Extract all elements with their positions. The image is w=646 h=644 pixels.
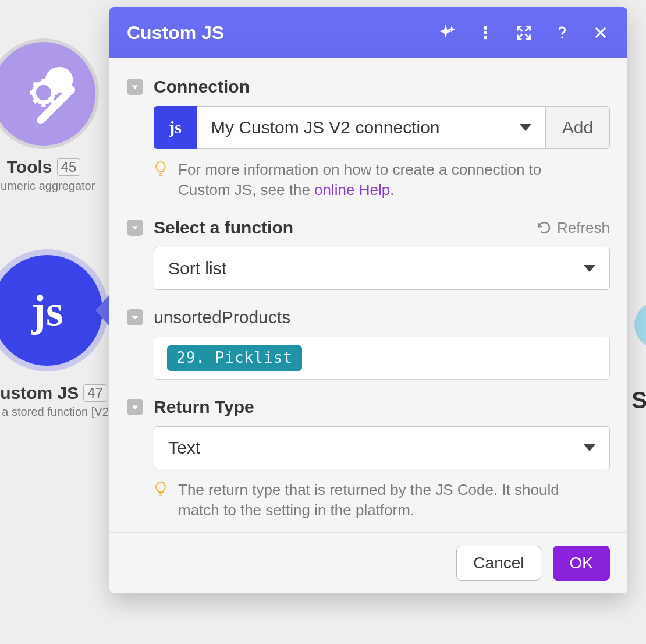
connection-label: Connection — [154, 77, 610, 97]
return-type-value: Text — [168, 438, 200, 458]
function-value: Sort list — [168, 259, 226, 278]
refresh-label: Refresh — [557, 219, 610, 237]
return-type-select[interactable]: Text — [154, 426, 610, 469]
customjs-node[interactable]: js — [0, 255, 102, 366]
add-connection-button[interactable]: Add — [546, 106, 610, 149]
chevron-down-icon — [520, 124, 531, 131]
sparkle-icon[interactable] — [438, 23, 456, 42]
svg-point-11 — [484, 31, 487, 34]
svg-point-10 — [484, 26, 487, 29]
connection-hint: For more information on how to create a … — [178, 160, 597, 200]
chevron-down-icon — [584, 265, 595, 272]
svg-line-8 — [34, 100, 37, 102]
cancel-button[interactable]: Cancel — [456, 546, 541, 581]
connection-select[interactable]: My Custom JS V2 connection — [197, 106, 546, 149]
collapse-toggle-function[interactable] — [127, 220, 143, 236]
js-glyph: js — [31, 285, 63, 336]
svg-point-13 — [561, 37, 563, 38]
customjs-node-subtitle: ute a stored function [V2] — [0, 405, 112, 419]
tools-node-subtitle: Numeric aggregator — [0, 179, 95, 193]
function-select[interactable]: Sort list — [154, 247, 610, 290]
dialog-title: Custom JS — [127, 22, 438, 44]
next-node-peek — [634, 302, 646, 348]
tools-icon — [9, 58, 79, 130]
next-node-letter-peek: S — [631, 387, 646, 413]
customjs-node-title: Custom JS — [0, 383, 79, 403]
expand-icon[interactable] — [514, 23, 533, 42]
svg-line-9 — [51, 83, 54, 86]
svg-point-12 — [484, 36, 487, 39]
more-icon[interactable] — [476, 23, 495, 42]
collapse-toggle-return[interactable] — [127, 399, 143, 415]
connection-value: My Custom JS V2 connection — [211, 118, 440, 137]
unsorted-label: unsortedProducts — [154, 307, 610, 327]
online-help-link[interactable]: online Help — [314, 181, 390, 199]
close-icon[interactable] — [591, 23, 610, 42]
config-dialog: Custom JS Con — [109, 7, 627, 593]
tools-node[interactable] — [0, 38, 99, 149]
collapse-toggle-connection[interactable] — [127, 79, 143, 95]
tools-node-badge: 45 — [57, 158, 81, 176]
function-label: Select a function — [154, 218, 527, 238]
customjs-node-badge: 47 — [83, 384, 107, 402]
mapping-pill[interactable]: 29. Picklist — [167, 345, 302, 371]
collapse-toggle-unsorted[interactable] — [127, 309, 143, 325]
svg-line-7 — [51, 100, 54, 102]
ok-button[interactable]: OK — [553, 546, 610, 581]
unsorted-input[interactable]: 29. Picklist — [154, 337, 610, 380]
svg-line-6 — [34, 83, 37, 86]
lightbulb-icon — [154, 161, 168, 177]
lightbulb-icon — [154, 481, 168, 497]
tools-node-title: Tools — [7, 157, 52, 177]
help-icon[interactable] — [553, 23, 572, 42]
return-type-hint: The return type that is returned by the … — [178, 480, 597, 521]
connection-type-icon: js — [154, 106, 197, 149]
svg-point-1 — [34, 83, 54, 102]
return-type-label: Return Type — [154, 397, 610, 417]
chevron-down-icon — [584, 444, 595, 451]
refresh-button[interactable]: Refresh — [537, 219, 610, 237]
